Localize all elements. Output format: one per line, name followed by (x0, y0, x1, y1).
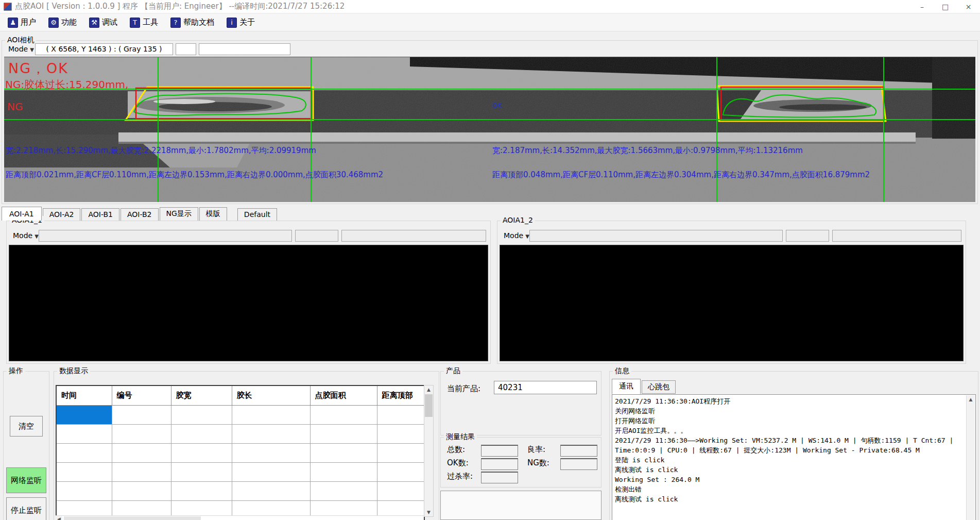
panel1-field-1[interactable] (39, 230, 292, 242)
table-cell[interactable] (171, 443, 232, 462)
table-cell[interactable] (171, 424, 232, 443)
table-cell[interactable] (232, 443, 310, 462)
column-header-胶长[interactable]: 胶长 (232, 385, 310, 405)
data-display-group-label: 数据显示 (57, 366, 90, 376)
table-cell[interactable] (232, 424, 310, 443)
table-cell[interactable] (56, 405, 112, 424)
table-cell[interactable] (171, 405, 232, 424)
toolbar-item-功能[interactable]: ⚙功能 (44, 15, 81, 30)
panel1-field-3[interactable] (341, 230, 486, 242)
table-cell[interactable] (112, 443, 171, 462)
column-header-胶宽[interactable]: 胶宽 (171, 385, 232, 405)
table-cell[interactable] (171, 462, 232, 481)
panel2-field-1[interactable] (529, 230, 783, 242)
panel2-field-2[interactable] (786, 230, 829, 242)
table-cell[interactable] (56, 443, 112, 462)
toolbar-item-调试[interactable]: ⚒调试 (84, 15, 122, 30)
camera-group: AOI相机 Mode▼ ( X 6568, Y 1463 ) : ( Gray … (2, 40, 978, 204)
table-cell[interactable] (232, 462, 310, 481)
log-line: 检测出错 (615, 484, 965, 494)
table-cell[interactable] (377, 443, 424, 462)
info-tab-心跳包[interactable]: 心跳包 (642, 380, 676, 394)
toolbar-item-label: 关于 (239, 18, 255, 27)
table-cell[interactable] (377, 462, 424, 481)
toolbar-item-用户[interactable]: ♟用户 (3, 15, 41, 30)
camera-mode-row: Mode▼ ( X 6568, Y 1463 ) : ( Gray 135 ) (2, 43, 977, 56)
current-product-field[interactable]: 40231 (494, 381, 597, 394)
column-header-编号[interactable]: 编号 (112, 385, 171, 405)
table-cell[interactable] (112, 405, 171, 424)
tab-NG显示[interactable]: NG显示 (160, 207, 198, 221)
table-cell[interactable] (377, 481, 424, 500)
button-网络监听[interactable]: 网络监听 (6, 467, 46, 493)
camera-field-3[interactable] (199, 43, 290, 55)
scrollbar-thumb[interactable] (64, 516, 201, 520)
table-cell[interactable] (377, 424, 424, 443)
toolbar-item-关于[interactable]: i关于 (222, 15, 260, 30)
scroll-left-icon[interactable]: ◀ (56, 516, 62, 520)
table-cell[interactable] (310, 462, 377, 481)
log-scrollbar[interactable]: ▲ (966, 395, 975, 520)
close-button[interactable]: × (957, 0, 980, 13)
table-cell[interactable] (112, 424, 171, 443)
table-cell[interactable] (56, 424, 112, 443)
minimize-button[interactable]: – (910, 0, 934, 13)
scroll-up-icon[interactable]: ▲ (967, 395, 975, 404)
table-horizontal-scrollbar[interactable]: ◀ (56, 515, 424, 520)
tab-Default[interactable]: Default (237, 208, 277, 221)
column-header-点胶面积[interactable]: 点胶面积 (310, 385, 377, 405)
result-field[interactable] (481, 458, 518, 470)
table-cell[interactable] (232, 481, 310, 500)
table-cell[interactable] (112, 481, 171, 500)
toolbar-item-工具[interactable]: T工具 (125, 15, 163, 30)
tab-AOI-A2[interactable]: AOI-A2 (43, 208, 81, 221)
info-tabs: 通讯心跳包 (612, 380, 677, 394)
info-tab-通讯[interactable]: 通讯 (612, 379, 641, 394)
result-field[interactable] (560, 445, 597, 457)
panel-aoia1-2: AOIA1_2 Mode▼ (497, 221, 966, 364)
panel2-mode-dropdown[interactable]: Mode▼ (502, 230, 531, 241)
table-cell[interactable] (377, 405, 424, 424)
table-vertical-scrollbar[interactable]: ▲ ▼ (424, 385, 434, 517)
tab-AOI-A1[interactable]: AOI-A1 (2, 207, 42, 221)
column-header-距离顶部[interactable]: 距离顶部 (377, 385, 424, 405)
table-cell[interactable] (310, 481, 377, 500)
button-停止监听[interactable]: 停止监听 (6, 497, 46, 520)
panel-aoia1-1: AOIA1_1 Mode▼ (6, 221, 491, 364)
camera-mode-dropdown[interactable]: Mode▼ (6, 44, 36, 54)
panel2-image-view[interactable] (500, 245, 964, 361)
camera-coords-field[interactable]: ( X 6568, Y 1463 ) : ( Gray 135 ) (35, 43, 173, 55)
tab-AOI-B2[interactable]: AOI-B2 (121, 208, 159, 221)
table-cell[interactable] (310, 443, 377, 462)
log-line: Working Set : 264.0 M (615, 475, 965, 484)
table-cell[interactable] (56, 481, 112, 500)
table-cell[interactable] (310, 424, 377, 443)
panel1-mode-dropdown[interactable]: Mode▼ (11, 230, 41, 241)
data-table-header-row: 时间编号胶宽胶长点胶面积距离顶部 (56, 385, 424, 405)
panel2-field-3[interactable] (832, 230, 961, 242)
column-header-时间[interactable]: 时间 (56, 385, 112, 405)
tab-AOI-B1[interactable]: AOI-B1 (81, 208, 119, 221)
tab-模版[interactable]: 模版 (199, 207, 227, 221)
toolbar-item-label: 调试 (102, 18, 117, 27)
table-cell[interactable] (232, 405, 310, 424)
table-cell[interactable] (171, 481, 232, 500)
button-清空[interactable]: 清空 (10, 416, 43, 437)
panel1-image-view[interactable] (9, 245, 488, 361)
scrollbar-thumb[interactable] (425, 394, 433, 417)
result-field[interactable] (560, 458, 597, 470)
log-area[interactable]: 2021/7/29 11:36:30:AOI程序打开关闭网络监听打开网络监听开启… (612, 394, 976, 520)
result-field[interactable] (481, 445, 518, 457)
panel1-field-2[interactable] (295, 230, 338, 242)
table-cell[interactable] (112, 462, 171, 481)
camera-image-view[interactable]: NG，OK NG:胶体过长:15.290mm, NG OK 宽:2.218mm,… (4, 57, 975, 202)
scroll-up-icon[interactable]: ▲ (424, 385, 433, 394)
camera-field-2[interactable] (176, 43, 196, 55)
table-cell[interactable] (310, 405, 377, 424)
table-cell[interactable] (56, 462, 112, 481)
scroll-down-icon[interactable]: ▼ (424, 508, 433, 516)
ng-mark: NG (7, 100, 23, 113)
result-field[interactable] (481, 472, 518, 483)
toolbar-item-帮助文档[interactable]: ?帮助文档 (166, 15, 219, 30)
maximize-button[interactable]: □ (934, 0, 957, 13)
